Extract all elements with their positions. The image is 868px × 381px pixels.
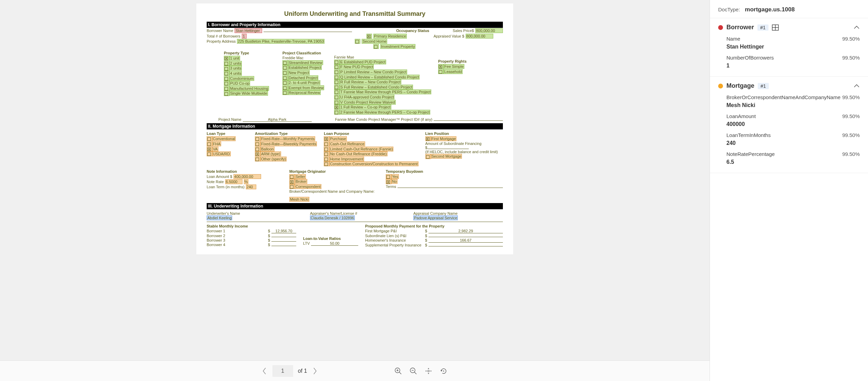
form-title: Uniform Underwriting and Transmittal Sum…: [207, 10, 503, 18]
field-confidence: 99.50%: [842, 113, 860, 119]
field-number-of-borrowers[interactable]: NumberOfBorrowers99.50% 1: [726, 55, 860, 69]
group-instance-tag: #1: [758, 83, 769, 89]
field-confidence: 99.50%: [842, 151, 860, 157]
document-viewer: Uniform Underwriting and Transmittal Sum…: [0, 0, 710, 381]
total-borrowers-value: 1: [242, 34, 247, 39]
chevron-up-icon: [854, 25, 860, 30]
table-icon[interactable]: [772, 24, 779, 31]
borrower-name-value: Stan Hettinger: [235, 28, 262, 33]
prev-page-button[interactable]: [261, 368, 268, 374]
zoom-tools: [394, 367, 448, 375]
label: Appraised Value $: [434, 34, 464, 38]
field-confidence: 99.50%: [842, 55, 860, 61]
page-navigation: of 1: [261, 365, 318, 377]
field-label: Name: [726, 36, 740, 42]
section-3-header: III. Underwriting Information: [207, 203, 503, 209]
next-page-button[interactable]: [312, 368, 318, 374]
label: Property Type: [224, 51, 276, 55]
label: Total # of Borrowers: [207, 34, 240, 38]
viewer-toolbar: of 1: [0, 360, 710, 381]
page-total: of 1: [298, 368, 307, 374]
field-confidence: 99.50%: [842, 94, 860, 100]
form-page: Uniform Underwriting and Transmittal Sum…: [196, 3, 513, 254]
doctype-row: DocType: mortgage.us.1008: [710, 0, 868, 18]
section-1-header: I. Borrower and Property Information: [207, 22, 503, 28]
status-dot-icon: [718, 84, 723, 88]
field-broker-name[interactable]: BrokerOrCorrespondentNameAndCompanyName9…: [726, 94, 860, 108]
group-header-mortgage[interactable]: Mortgage #1: [718, 82, 860, 89]
svg-line-5: [414, 372, 416, 374]
group-header-borrower[interactable]: Borrower #1: [718, 24, 860, 31]
label: Property Address: [207, 39, 236, 43]
group-name: Mortgage: [726, 82, 754, 89]
field-label: NumberOfBorrowers: [726, 55, 774, 61]
field-value: Mesh Nicki: [726, 102, 860, 108]
property-address-value: 225 Bustleton Pike, Feasterville-Trevose…: [237, 39, 324, 44]
field-label: LoanTermInMonths: [726, 132, 771, 138]
sales-price-value: 800,000.00: [475, 28, 503, 33]
label: Sales Price$: [453, 29, 474, 33]
group-fields: BrokerOrCorrespondentNameAndCompanyName9…: [718, 94, 860, 165]
group-mortgage: Mortgage #1 BrokerOrCorrespondentNameAnd…: [710, 77, 868, 173]
field-value: 6.5: [726, 159, 860, 165]
document-scroll[interactable]: Uniform Underwriting and Transmittal Sum…: [0, 0, 710, 360]
svg-line-1: [399, 372, 401, 374]
field-loan-term[interactable]: LoanTermInMonths99.50% 240: [726, 132, 860, 146]
zoom-in-button[interactable]: [394, 367, 403, 375]
label: Project Classification: [282, 51, 327, 55]
svg-point-8: [443, 370, 444, 371]
field-note-rate[interactable]: NoteRatePercentage99.50% 6.5: [726, 151, 860, 165]
field-value: 240: [726, 140, 860, 146]
zoom-out-button[interactable]: [409, 367, 418, 375]
appraised-value: 800,000.00: [466, 34, 493, 39]
field-name[interactable]: Name99.50% Stan Hettinger: [726, 36, 860, 50]
extraction-panel: DocType: mortgage.us.1008 Borrower #1 Na…: [710, 0, 868, 381]
field-label: BrokerOrCorrespondentNameAndCompanyName: [726, 94, 830, 100]
pan-button[interactable]: [424, 367, 433, 375]
label: Property Rights: [438, 59, 503, 63]
field-value: Stan Hettinger: [726, 44, 860, 50]
label: Borrower Name: [207, 29, 233, 33]
doctype-value: mortgage.us.1008: [745, 6, 795, 13]
field-label: LoanAmount: [726, 113, 756, 119]
group-borrower: Borrower #1 Name99.50% Stan Hettinger Nu…: [710, 18, 868, 77]
field-confidence: 99.50%: [842, 132, 860, 138]
doctype-label: DocType:: [718, 7, 740, 12]
group-fields: Name99.50% Stan Hettinger NumberOfBorrow…: [718, 36, 860, 69]
chevron-up-icon: [854, 84, 860, 88]
group-instance-tag: #1: [757, 24, 768, 31]
field-loan-amount[interactable]: LoanAmount99.50% 400000: [726, 113, 860, 127]
section-2-header: II. Mortgage Information: [207, 123, 503, 129]
group-name: Borrower: [726, 24, 754, 31]
page-number-input[interactable]: [272, 365, 293, 377]
svg-point-7: [428, 370, 430, 372]
label: Occupancy Status: [396, 29, 429, 33]
field-value: 1: [726, 63, 860, 69]
field-label: NoteRatePercentage: [726, 151, 775, 157]
field-value: 400000: [726, 121, 860, 127]
rotate-button[interactable]: [439, 367, 448, 375]
status-dot-icon: [718, 25, 723, 30]
field-confidence: 99.50%: [842, 36, 860, 42]
